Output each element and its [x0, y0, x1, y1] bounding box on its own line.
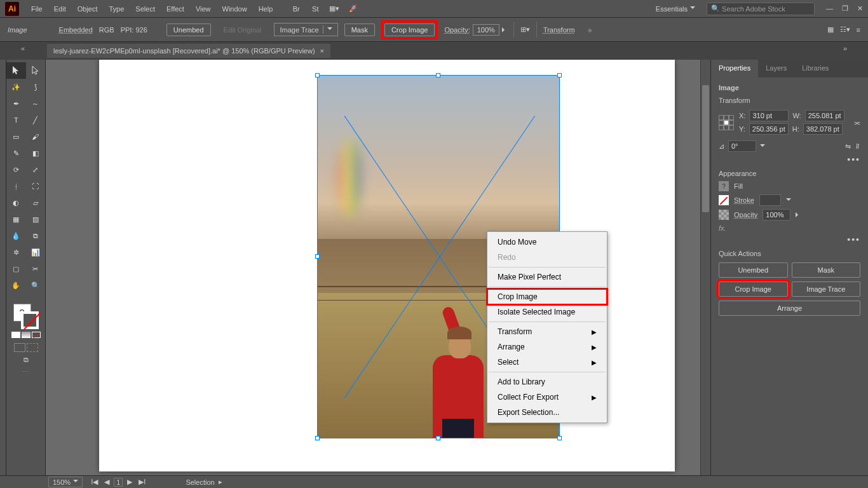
resize-handle-bl[interactable] — [315, 436, 320, 440]
resize-handle-bm[interactable] — [436, 436, 440, 440]
menu-edit[interactable]: Edit — [48, 5, 72, 13]
panel-grid-icon[interactable]: ▦ — [827, 25, 834, 34]
unembed-button[interactable]: Unembed — [166, 24, 211, 36]
panel-list-icon[interactable]: ☷▾ — [840, 25, 850, 34]
arrange-docs-icon[interactable]: ▦▾ — [328, 3, 341, 15]
line-tool[interactable]: ╱ — [26, 112, 46, 128]
last-artboard-icon[interactable]: ▶I — [137, 478, 147, 486]
artboard-number-input[interactable]: 1 — [114, 478, 123, 487]
status-flyout-icon[interactable]: ▸ — [219, 478, 222, 486]
cm-export-selection[interactable]: Export Selection... — [487, 405, 607, 420]
menu-view[interactable]: View — [190, 5, 217, 13]
gradient-mode-icon[interactable] — [22, 332, 31, 338]
width-tool[interactable]: ⟊ — [6, 178, 26, 194]
opacity-swatch[interactable] — [719, 210, 729, 220]
cm-add-library[interactable]: Add to Library — [487, 374, 607, 390]
selection-tool[interactable] — [6, 62, 26, 79]
resize-handle-tm[interactable] — [436, 73, 440, 78]
window-minimize-icon[interactable]: — — [826, 4, 833, 13]
panel-menu-icon[interactable]: ≡ — [857, 26, 860, 34]
resize-handle-ml[interactable] — [315, 254, 320, 259]
fill-swatch[interactable]: ? — [719, 181, 729, 191]
flip-v-icon[interactable]: ⥯ — [855, 142, 860, 151]
none-mode-icon[interactable] — [32, 332, 41, 338]
cm-collect-export[interactable]: Collect For Export▶ — [487, 390, 607, 405]
screen-mode-icon[interactable]: ⧉ — [9, 356, 43, 364]
zoom-tool[interactable]: 🔍 — [26, 277, 46, 294]
chevron-down-icon[interactable] — [786, 196, 791, 205]
eyedropper-tool[interactable]: 💧 — [6, 227, 26, 244]
zoom-level-dropdown[interactable]: 150% — [48, 477, 83, 487]
h-input[interactable] — [803, 123, 843, 135]
resize-handle-br[interactable] — [557, 436, 562, 440]
next-artboard-icon[interactable]: ▶ — [125, 478, 134, 486]
window-restore-icon[interactable]: ❐ — [842, 4, 848, 13]
link-embedded[interactable]: Embedded — [59, 26, 93, 34]
transform-options-icon[interactable]: ••• — [719, 154, 860, 165]
shape-builder-tool[interactable]: ◐ — [6, 194, 26, 211]
image-trace-dropdown[interactable]: Image Trace — [274, 23, 337, 36]
rotate-tool[interactable]: ⟳ — [6, 161, 26, 178]
mesh-tool[interactable]: ▦ — [6, 211, 26, 227]
angle-input[interactable] — [728, 140, 756, 152]
opacity-label-panel[interactable]: Opacity — [734, 211, 757, 219]
workspace-switcher[interactable]: Essentials — [649, 2, 702, 15]
graph-tool[interactable]: 📊 — [26, 244, 46, 261]
isolate-icon[interactable]: ⟐ — [588, 26, 592, 34]
stock-icon[interactable]: St — [309, 3, 322, 15]
tab-close-icon[interactable]: × — [320, 47, 324, 55]
opacity-flyout-icon[interactable] — [502, 26, 507, 34]
cm-crop-image[interactable]: Crop Image — [487, 289, 607, 304]
scroll-thumb[interactable] — [702, 85, 709, 212]
qa-image-trace-button[interactable]: Image Trace — [792, 281, 861, 297]
appearance-options-icon[interactable]: ••• — [719, 234, 860, 245]
opacity-flyout-icon[interactable] — [796, 211, 801, 219]
stroke-label[interactable]: Stroke — [734, 196, 754, 204]
document-tab[interactable]: lesly-juarez-EW2cPMEp0mI-unsplash [Recov… — [47, 44, 330, 58]
opacity-input[interactable] — [763, 209, 790, 220]
fx-label[interactable]: fx. — [719, 224, 860, 232]
scale-tool[interactable]: ⤢ — [26, 161, 46, 178]
menu-object[interactable]: Object — [72, 5, 104, 13]
opacity-label[interactable]: Opacity: — [444, 26, 470, 34]
menu-type[interactable]: Type — [104, 5, 130, 13]
chevron-down-icon[interactable] — [760, 142, 765, 151]
transform-link[interactable]: Transform — [543, 26, 575, 34]
window-close-icon[interactable]: ✕ — [857, 4, 863, 13]
tab-libraries[interactable]: Libraries — [794, 60, 836, 78]
menu-select[interactable]: Select — [130, 5, 161, 13]
direct-selection-tool[interactable] — [26, 62, 46, 79]
w-input[interactable] — [805, 110, 844, 121]
rectangle-tool[interactable]: ▭ — [6, 128, 26, 145]
left-dock-strip[interactable] — [0, 60, 6, 475]
first-artboard-icon[interactable]: I◀ — [89, 478, 100, 486]
flip-h-icon[interactable]: ⇋ — [845, 142, 851, 151]
lasso-tool[interactable]: ⟆ — [26, 79, 46, 95]
bridge-icon[interactable]: Br — [290, 3, 302, 15]
qa-mask-button[interactable]: Mask — [792, 262, 861, 278]
stroke-color[interactable] — [21, 311, 39, 329]
y-input[interactable] — [749, 123, 789, 135]
right-dock-toggle[interactable]: » — [825, 42, 865, 55]
qa-unembed-button[interactable]: Unembed — [719, 262, 788, 278]
vertical-scrollbar[interactable] — [700, 60, 710, 475]
blend-tool[interactable]: ⧉ — [26, 227, 46, 244]
canvas[interactable]: Undo Move Redo Make Pixel Perfect Crop I… — [46, 60, 700, 475]
link-wh-icon[interactable]: ⫘ — [853, 119, 860, 126]
resize-handle-tl[interactable] — [315, 73, 320, 78]
opacity-value[interactable]: 100% — [473, 24, 499, 36]
search-stock-input[interactable]: 🔍 Search Adobe Stock — [707, 3, 815, 15]
menu-effect[interactable]: Effect — [161, 5, 190, 13]
reference-point[interactable] — [719, 115, 734, 130]
draw-normal-icon[interactable] — [14, 343, 25, 352]
cm-select[interactable]: Select▶ — [487, 355, 607, 370]
eraser-tool[interactable]: ◧ — [26, 145, 46, 161]
tab-layers[interactable]: Layers — [758, 60, 794, 78]
fill-stroke-swatch[interactable]: ? — [13, 304, 39, 329]
align-icon[interactable]: ⊞▾ — [520, 25, 530, 34]
cm-transform[interactable]: Transform▶ — [487, 324, 607, 339]
color-mode-icon[interactable] — [11, 332, 20, 338]
menu-file[interactable]: File — [25, 5, 48, 13]
prev-artboard-icon[interactable]: ◀ — [102, 478, 111, 486]
perspective-tool[interactable]: ▱ — [26, 194, 46, 211]
